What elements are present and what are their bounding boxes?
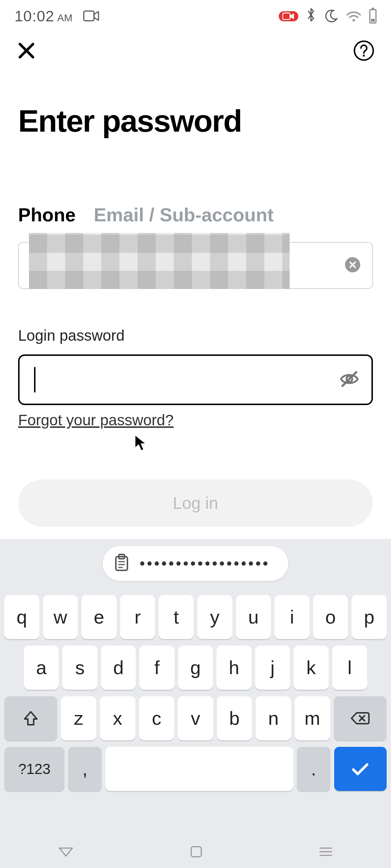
close-icon[interactable]: [16, 41, 37, 61]
key-x[interactable]: x: [100, 696, 135, 740]
key-m[interactable]: m: [295, 696, 330, 740]
svg-rect-12: [191, 847, 201, 857]
password-input[interactable]: [18, 354, 373, 405]
key-z[interactable]: z: [61, 696, 96, 740]
soft-keyboard: •••••••••••••••••• q w e r t y u i o p a…: [0, 539, 391, 868]
password-label: Login password: [0, 289, 391, 344]
svg-rect-0: [84, 11, 94, 21]
check-icon: [350, 762, 370, 776]
key-e[interactable]: e: [81, 595, 117, 639]
screen-record-icon: [279, 11, 298, 21]
key-s[interactable]: s: [62, 646, 97, 690]
suggestion-text: ••••••••••••••••••: [140, 556, 270, 572]
key-t[interactable]: t: [159, 595, 194, 639]
key-w[interactable]: w: [43, 595, 78, 639]
key-space[interactable]: [105, 747, 293, 791]
forgot-password-link[interactable]: Forgot your password?: [18, 412, 174, 429]
key-p[interactable]: p: [352, 595, 387, 639]
key-a[interactable]: a: [24, 646, 59, 690]
status-bar: 10:02 AM: [0, 0, 391, 33]
nav-recent-icon[interactable]: [319, 846, 333, 857]
status-time: 10:02: [14, 8, 54, 25]
keyboard-row-1: q w e r t y u i o p: [4, 595, 387, 639]
key-n[interactable]: n: [256, 696, 291, 740]
clipboard-icon: [114, 554, 130, 573]
nav-back-icon[interactable]: [58, 846, 74, 858]
backspace-icon: [351, 711, 370, 725]
svg-point-4: [363, 55, 365, 57]
mouse-cursor-icon: [134, 434, 148, 454]
key-c[interactable]: c: [139, 696, 175, 740]
key-enter[interactable]: [334, 747, 387, 791]
login-button[interactable]: Log in: [18, 480, 373, 527]
wifi-icon: [346, 10, 361, 22]
key-l[interactable]: l: [332, 646, 367, 690]
key-comma[interactable]: ,: [68, 747, 102, 791]
key-o[interactable]: o: [313, 595, 348, 639]
svg-rect-1: [283, 13, 290, 20]
phone-field-wrap: [18, 240, 373, 289]
toggle-password-visibility-icon[interactable]: [339, 369, 360, 391]
key-h[interactable]: h: [216, 646, 251, 690]
dnd-moon-icon: [324, 9, 338, 24]
key-f[interactable]: f: [139, 646, 174, 690]
key-q[interactable]: q: [4, 595, 39, 639]
key-i[interactable]: i: [274, 595, 310, 639]
keyboard-row-4: ?123 , .: [4, 747, 387, 791]
system-nav-bar: [0, 835, 391, 868]
page-title: Enter password: [0, 61, 391, 139]
bluetooth-icon: [306, 7, 316, 26]
key-r[interactable]: r: [120, 595, 155, 639]
key-g[interactable]: g: [178, 646, 213, 690]
battery-icon: [369, 9, 377, 24]
help-icon[interactable]: [353, 40, 375, 61]
clipboard-suggestion[interactable]: ••••••••••••••••••: [103, 546, 288, 581]
key-v[interactable]: v: [178, 696, 213, 740]
svg-point-3: [354, 41, 373, 60]
tab-email-subaccount[interactable]: Email / Sub-account: [94, 204, 274, 226]
status-am: AM: [57, 12, 72, 24]
text-caret: [34, 367, 35, 392]
key-b[interactable]: b: [217, 696, 252, 740]
key-y[interactable]: y: [197, 595, 232, 639]
key-j[interactable]: j: [255, 646, 290, 690]
key-shift[interactable]: [4, 696, 57, 740]
key-u[interactable]: u: [236, 595, 271, 639]
key-backspace[interactable]: [334, 696, 387, 740]
shift-icon: [23, 710, 38, 726]
clear-phone-button[interactable]: [345, 257, 360, 272]
keyboard-row-3: z x c v b n m: [4, 696, 387, 740]
tab-phone[interactable]: Phone: [18, 204, 76, 226]
key-k[interactable]: k: [294, 646, 328, 690]
key-symbols[interactable]: ?123: [4, 747, 64, 791]
key-period[interactable]: .: [297, 747, 331, 791]
camera-icon: [83, 10, 99, 21]
svg-point-2: [353, 19, 355, 22]
phone-value-redacted: [29, 233, 290, 289]
nav-home-icon[interactable]: [190, 845, 203, 858]
keyboard-row-2: a s d f g h j k l: [4, 646, 387, 690]
key-d[interactable]: d: [101, 646, 136, 690]
